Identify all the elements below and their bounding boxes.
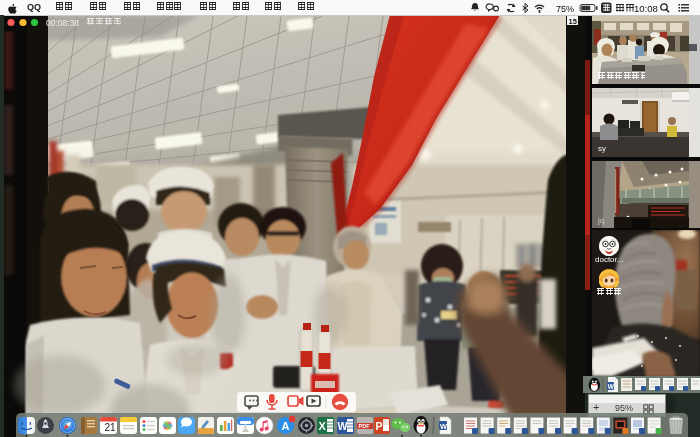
svg-text:W: W — [440, 422, 448, 431]
svg-text:10:08: 10:08 — [634, 2, 658, 13]
svg-text:21: 21 — [105, 422, 117, 433]
svg-text:P: P — [376, 420, 383, 432]
svg-text:00:08:38: 00:08:38 — [46, 18, 79, 28]
svg-text:X: X — [319, 420, 327, 432]
svg-text:W: W — [338, 420, 348, 432]
svg-text:75%: 75% — [556, 3, 574, 13]
svg-text:A: A — [282, 420, 290, 432]
svg-text:W: W — [608, 383, 615, 390]
svg-text:PDF: PDF — [359, 423, 371, 429]
svg-text:15: 15 — [569, 17, 577, 26]
